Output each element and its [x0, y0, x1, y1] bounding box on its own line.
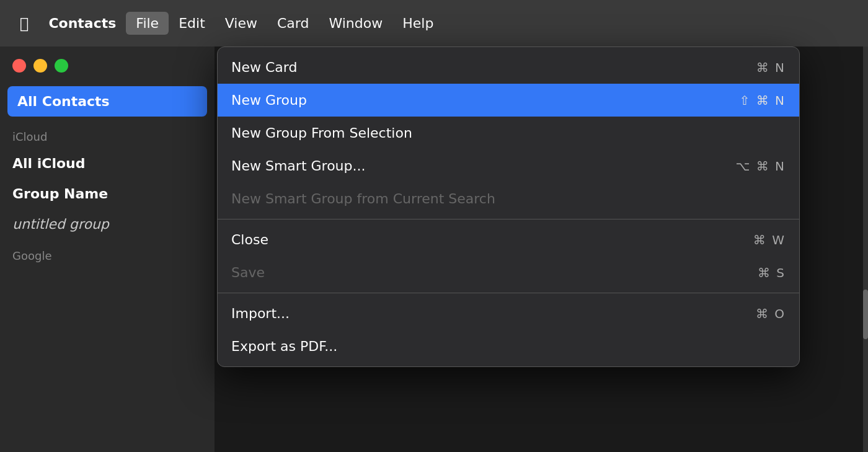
menu-item-new-card[interactable]: New Card ⌘ N: [218, 51, 799, 84]
menu-window[interactable]: Window: [319, 12, 392, 35]
menu-item-close[interactable]: Close ⌘ W: [218, 223, 799, 256]
menu-item-save: Save ⌘ S: [218, 256, 799, 289]
menu-card[interactable]: Card: [267, 12, 319, 35]
window-controls: [0, 47, 215, 82]
menubar:  Contacts File Edit View Card Window He…: [0, 0, 868, 47]
minimize-window-button[interactable]: [33, 59, 47, 73]
apple-menu[interactable]: : [10, 11, 38, 36]
menu-item-new-smart-group[interactable]: New Smart Group... ⌥ ⌘ N: [218, 149, 799, 182]
untitled-group-item[interactable]: untitled group: [0, 209, 215, 239]
icloud-section-label: iCloud: [0, 120, 215, 148]
file-menu-dropdown: New Card ⌘ N New Group ⇧ ⌘ N New Group F…: [217, 47, 800, 367]
menu-view[interactable]: View: [215, 12, 267, 35]
menu-separator-1: [218, 219, 799, 219]
group-name-item[interactable]: Group Name: [0, 179, 215, 209]
menu-help[interactable]: Help: [392, 12, 443, 35]
menu-file[interactable]: File: [126, 12, 169, 35]
menu-item-export-pdf[interactable]: Export as PDF...: [218, 330, 799, 363]
app-name[interactable]: Contacts: [38, 12, 126, 35]
menu-edit[interactable]: Edit: [169, 12, 215, 35]
sidebar: All Contacts iCloud All iCloud Group Nam…: [0, 47, 215, 452]
menu-separator-2: [218, 293, 799, 293]
scrollbar-track: [863, 47, 868, 452]
all-icloud-item[interactable]: All iCloud: [0, 148, 215, 179]
fullscreen-window-button[interactable]: [55, 59, 68, 73]
close-window-button[interactable]: [12, 59, 26, 73]
menu-item-new-group[interactable]: New Group ⇧ ⌘ N: [218, 84, 799, 117]
all-contacts-item[interactable]: All Contacts: [7, 86, 207, 117]
menu-item-new-group-from-selection[interactable]: New Group From Selection: [218, 117, 799, 149]
menu-item-new-smart-group-search: New Smart Group from Current Search: [218, 182, 799, 215]
google-section-label: Google: [0, 239, 215, 267]
menu-item-import[interactable]: Import... ⌘ O: [218, 297, 799, 330]
scrollbar-thumb[interactable]: [863, 290, 868, 339]
